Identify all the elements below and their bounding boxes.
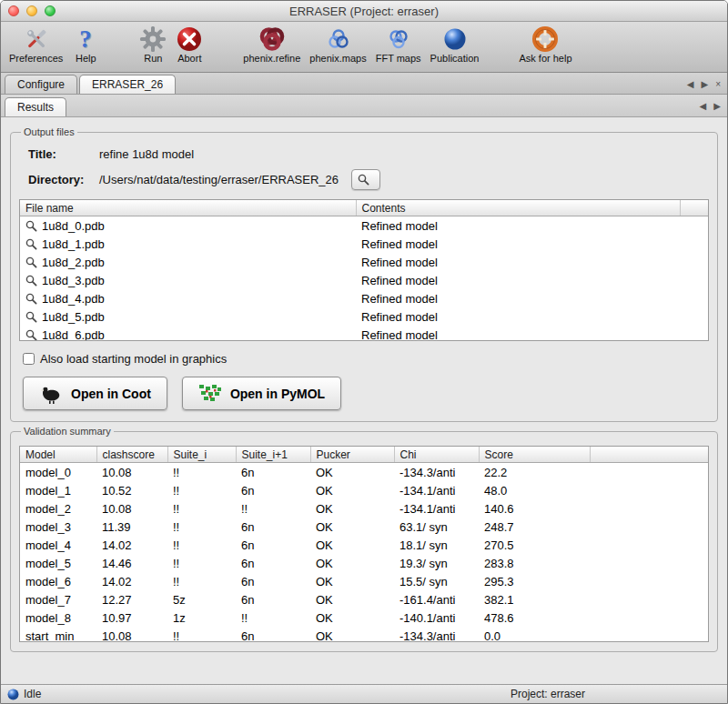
validation-table-header[interactable]: Score [479, 447, 590, 463]
validation-row[interactable]: model_110.52!!6nOK-134.1/anti48.0 [20, 481, 708, 499]
run-icon [139, 25, 167, 53]
file-name-cell[interactable]: 1u8d_6.pdb [20, 326, 356, 341]
validation-table-header[interactable] [590, 447, 708, 463]
file-row[interactable]: 1u8d_2.pdbRefined model [20, 253, 708, 271]
tab-results-label: Results [17, 101, 54, 114]
file-row[interactable]: 1u8d_5.pdbRefined model [20, 307, 708, 326]
validation-cell: 22.2 [479, 463, 590, 482]
file-name-cell[interactable]: 1u8d_4.pdb [20, 289, 356, 307]
toolbar-button-ask-for-help[interactable]: Ask for help [514, 24, 576, 65]
validation-cell: 48.0 [479, 481, 590, 499]
validation-row[interactable]: model_311.39!!6nOK63.1/ syn248.7 [20, 518, 708, 536]
minimize-button[interactable] [26, 5, 37, 16]
open-in-coot-button[interactable]: Open in Coot [23, 377, 167, 410]
file-row[interactable]: 1u8d_6.pdbRefined model [20, 326, 708, 341]
validation-table-header[interactable]: Suite_i [167, 447, 236, 463]
validation-row[interactable]: model_210.08!!!!OK-134.1/anti140.6 [20, 499, 708, 518]
tab-results[interactable]: Results [5, 97, 66, 116]
validation-table-header[interactable]: Model [20, 447, 96, 463]
file-name-cell[interactable]: 1u8d_3.pdb [20, 271, 356, 289]
file-name-cell[interactable]: 1u8d_5.pdb [20, 307, 356, 326]
phenix-maps-icon [326, 25, 351, 53]
validation-row[interactable]: model_810.971z!!OK-140.1/anti478.6 [20, 608, 708, 627]
validation-cell: OK [310, 554, 394, 572]
toolbar-button-label: phenix.refine [243, 53, 300, 64]
file-contents-cell: Refined model [356, 289, 680, 307]
browse-directory-button[interactable] [351, 169, 380, 190]
file-row[interactable]: 1u8d_1.pdbRefined model [20, 235, 708, 253]
file-row[interactable]: 1u8d_3.pdbRefined model [20, 271, 708, 289]
open-in-coot-label: Open in Coot [71, 387, 151, 401]
validation-cell: start_min [20, 627, 96, 642]
titlebar: ERRASER (Project: erraser) [1, 1, 727, 22]
file-name-cell[interactable]: 1u8d_1.pdb [20, 235, 356, 253]
fft-maps-icon [386, 25, 411, 53]
validation-cell: 478.6 [479, 608, 590, 627]
toolbar-button-fft-maps[interactable]: FFT maps [371, 24, 426, 65]
validation-cell: !! [167, 518, 236, 536]
file-row[interactable]: 1u8d_4.pdbRefined model [20, 289, 708, 307]
validation-cell: 12.27 [96, 590, 167, 608]
file-table-header[interactable]: File name [20, 200, 356, 216]
subtab-scroll-left-icon[interactable]: ◀ [700, 101, 707, 111]
validation-row[interactable]: model_414.02!!6nOK18.1/ syn270.5 [20, 536, 708, 554]
coot-icon [39, 383, 63, 405]
validation-cell: model_4 [20, 536, 96, 554]
tab-configure[interactable]: Configure [5, 75, 77, 94]
validation-cell: 10.08 [96, 499, 167, 518]
toolbar-button-preferences[interactable]: Preferences [5, 24, 67, 65]
toolbar-group: RunAbort [135, 24, 207, 65]
magnifier-icon [358, 174, 369, 186]
validation-cell: !! [236, 499, 310, 518]
validation-cell: !! [167, 481, 236, 499]
file-table: File nameContents 1u8d_0.pdbRefined mode… [19, 199, 709, 341]
validation-row[interactable]: start_min10.08!!6nOK-134.3/anti0.0 [20, 627, 708, 642]
validation-row[interactable]: model_712.275z6nOK-161.4/anti382.1 [20, 590, 708, 608]
tab-close-icon[interactable]: × [715, 78, 721, 88]
ask-for-help-icon [530, 25, 561, 53]
validation-cell: 0.0 [479, 627, 590, 642]
open-in-pymol-button[interactable]: Open in PyMOL [182, 377, 341, 410]
validation-table-header[interactable]: Pucker [310, 447, 394, 463]
validation-cell: !! [236, 608, 310, 627]
toolbar-button-label: Abort [177, 53, 201, 64]
zoom-button[interactable] [45, 5, 56, 16]
tab-scroll-left-icon[interactable]: ◀ [687, 78, 694, 88]
project-label: Project: erraser [511, 688, 585, 700]
file-name-cell[interactable]: 1u8d_0.pdb [20, 216, 356, 236]
validation-cell: !! [167, 499, 236, 518]
toolbar-button-abort[interactable]: Abort [171, 24, 207, 65]
toolbar-button-phenix-maps[interactable]: phenix.maps [305, 24, 370, 65]
file-name-cell[interactable]: 1u8d_2.pdb [20, 253, 356, 271]
file-table-header[interactable]: Contents [356, 200, 680, 216]
validation-cell: !! [167, 572, 236, 590]
validation-cell: model_0 [20, 463, 96, 482]
validation-cell: !! [167, 554, 236, 572]
validation-table-header[interactable]: clashscore [96, 447, 167, 463]
load-starting-model-checkbox[interactable] [23, 353, 35, 365]
toolbar-button-publication[interactable]: Publication [426, 24, 484, 65]
validation-cell: OK [310, 627, 394, 642]
results-panel: Output files Title: refine 1u8d model Di… [1, 117, 727, 684]
tab-scroll-right-icon[interactable]: ▶ [701, 78, 708, 88]
directory-label: Directory: [28, 173, 99, 186]
validation-table-header[interactable]: Chi [394, 447, 479, 463]
tab-erraser-26[interactable]: ERRASER_26 [79, 75, 176, 94]
subtab-scroll-right-icon[interactable]: ▶ [713, 101, 721, 111]
validation-cell: 382.1 [479, 590, 590, 608]
validation-table-header[interactable]: Suite_i+1 [236, 447, 310, 463]
close-button[interactable] [8, 5, 19, 16]
toolbar-button-run[interactable]: Run [135, 24, 171, 65]
toolbar-button-help[interactable]: ??Help [67, 24, 104, 65]
validation-row[interactable]: model_514.46!!6nOK19.3/ syn283.8 [20, 554, 708, 572]
validation-cell: 14.02 [96, 536, 167, 554]
validation-cell: 10.08 [96, 463, 167, 482]
file-row[interactable]: 1u8d_0.pdbRefined model [20, 216, 708, 236]
validation-cell: -161.4/anti [394, 590, 479, 608]
validation-cell: model_5 [20, 554, 96, 572]
toolbar-button-phenix-refine[interactable]: phenix.refine [238, 24, 305, 65]
file-table-header[interactable] [680, 200, 708, 216]
validation-row[interactable]: model_614.02!!6nOK15.5/ syn295.3 [20, 572, 708, 590]
file-table-header-row: File nameContents [20, 200, 708, 216]
validation-row[interactable]: model_010.08!!6nOK-134.3/anti22.2 [20, 463, 708, 482]
